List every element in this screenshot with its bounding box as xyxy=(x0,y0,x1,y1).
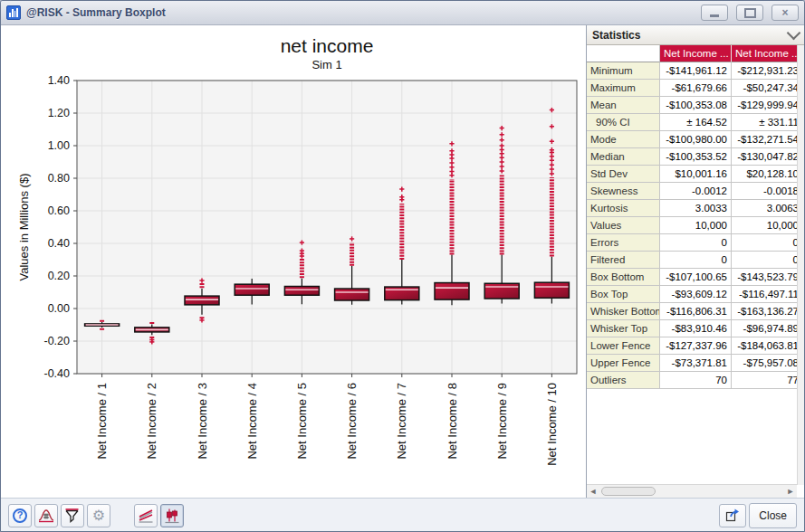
stats-row-label: Lower Fence xyxy=(587,337,660,355)
chevron-down-icon[interactable] xyxy=(787,26,801,41)
stats-value-cell: -$83,910.46 xyxy=(660,320,732,337)
stats-row: Kurtosis3.00333.0063 xyxy=(587,200,798,217)
trend-lines-icon xyxy=(138,508,154,524)
scroll-left-arrow-icon[interactable]: ◄ xyxy=(587,486,599,497)
stats-value-cell: -$50,247.34 xyxy=(732,80,798,97)
stats-value-cell: -$93,609.12 xyxy=(660,286,732,303)
svg-text:Net Income / 2: Net Income / 2 xyxy=(145,383,158,460)
stats-row: Whisker Top-$83,910.46-$96,974.89 xyxy=(587,320,798,337)
stats-column-header[interactable]: Net Income ... xyxy=(660,45,732,62)
stats-value-cell: -$61,679.66 xyxy=(660,80,732,97)
statistics-panel-header[interactable]: Statistics xyxy=(587,25,804,45)
title-bar[interactable]: @RISK - Summary Boxplot × xyxy=(1,1,804,25)
stats-value-cell: -$100,353.08 xyxy=(660,97,732,114)
svg-text:0.80: 0.80 xyxy=(48,172,70,185)
stats-value-cell: 0 xyxy=(660,234,732,252)
gear-icon: ⚙ xyxy=(92,508,105,523)
close-window-button[interactable]: × xyxy=(771,5,799,21)
svg-text:Sim 1: Sim 1 xyxy=(311,58,341,71)
svg-text:1.20: 1.20 xyxy=(48,107,70,119)
stats-value-cell: -$141,961.12 xyxy=(660,62,732,80)
stats-row: 90% CI± 164.52± 331.11 xyxy=(587,114,798,131)
stats-row: Box Bottom-$107,100.65-$143,523.79 xyxy=(587,269,798,286)
minimize-icon xyxy=(710,14,719,17)
svg-text:Values in Millions ($): Values in Millions ($) xyxy=(17,174,31,281)
stats-value-cell: -0.0012 xyxy=(660,183,732,200)
stats-value-cell: -$96,974.89 xyxy=(732,320,798,337)
stats-value-cell: -$116,497.11 xyxy=(732,286,798,303)
window-title: @RISK - Summary Boxplot xyxy=(26,6,693,19)
stats-row: Errors00 xyxy=(587,234,798,252)
stats-column-header[interactable]: Net Income ... xyxy=(732,45,798,62)
vertical-scrollbar[interactable] xyxy=(797,45,804,485)
svg-text:Net Income / 8: Net Income / 8 xyxy=(446,383,459,460)
svg-text:Net Income / 5: Net Income / 5 xyxy=(295,383,309,460)
svg-text:0.40: 0.40 xyxy=(48,237,70,250)
stats-row-label: Kurtosis xyxy=(587,200,660,217)
stats-value-cell: -$163,136.27 xyxy=(732,303,798,320)
stats-header-row: Net Income ...Net Income ... xyxy=(587,45,798,62)
stats-value-cell: $20,128.10 xyxy=(732,166,798,183)
stats-row-label: Whisker Bottom xyxy=(587,303,660,320)
stats-value-cell: -$107,100.65 xyxy=(660,269,732,286)
stats-row-label: Median xyxy=(587,148,660,166)
stats-value-cell: -$129,999.94 xyxy=(732,97,798,114)
close-button[interactable]: Close xyxy=(749,503,797,528)
stats-row: Median-$100,353.52-$130,047.82 xyxy=(587,148,798,166)
horizontal-scrollbar[interactable]: ◄ ► xyxy=(587,484,797,498)
scroll-right-arrow-icon[interactable]: ► xyxy=(784,486,797,497)
stats-value-cell: -$184,063.81 xyxy=(732,337,798,355)
stats-value-cell: 0 xyxy=(660,252,732,269)
summary-boxplot-button[interactable] xyxy=(160,504,184,527)
stats-row-label: Skewness xyxy=(587,183,660,200)
stats-value-cell: 77 xyxy=(732,372,798,389)
stats-row-label: Minimum xyxy=(587,62,660,80)
statistics-table: Net Income ...Net Income ...Minimum-$141… xyxy=(587,45,798,389)
maximize-icon xyxy=(744,8,756,18)
settings-button[interactable]: ⚙ xyxy=(87,504,110,527)
maximize-button[interactable] xyxy=(736,5,763,21)
stats-row: Values10,00010,000 xyxy=(587,217,798,234)
svg-text:Net Income / 10: Net Income / 10 xyxy=(545,383,559,466)
stats-row-label: Std Dev xyxy=(587,166,660,183)
stats-value-cell: -$132,271.54 xyxy=(732,131,798,148)
stats-value-cell: -$75,957.08 xyxy=(732,355,798,372)
help-button[interactable]: ? xyxy=(8,504,32,527)
app-logo-icon xyxy=(6,5,21,20)
stats-value-cell: -$100,980.00 xyxy=(660,131,732,148)
svg-text:Net Income / 1: Net Income / 1 xyxy=(95,383,109,460)
stats-value-cell: 10,000 xyxy=(660,217,732,234)
stats-value-cell: -$73,371.81 xyxy=(660,355,732,372)
stats-row-label: Maximum xyxy=(587,80,660,97)
stats-row: Upper Fence-$73,371.81-$75,957.08 xyxy=(587,355,798,372)
stats-row-label: Upper Fence xyxy=(587,355,660,372)
stats-row: Outliers7077 xyxy=(587,372,798,389)
stats-row-label: 90% CI xyxy=(587,114,660,131)
stats-row: Minimum-$141,961.12-$212,931.23 xyxy=(587,62,798,80)
scrollbar-thumb[interactable] xyxy=(601,487,656,496)
filter-button[interactable] xyxy=(61,504,84,527)
stats-row: Mode-$100,980.00-$132,271.54 xyxy=(587,131,798,148)
stats-row-label: Errors xyxy=(587,234,660,252)
stats-value-cell: ± 164.52 xyxy=(660,114,732,131)
stats-value-cell: 0 xyxy=(732,234,798,252)
summary-trend-button[interactable] xyxy=(134,504,158,527)
export-button[interactable] xyxy=(719,504,746,527)
stats-row: Mean-$100,353.08-$129,999.94 xyxy=(587,97,798,114)
risk-summary-boxplot-window: @RISK - Summary Boxplot × net incomeSim … xyxy=(0,0,805,532)
distribution-curve-icon xyxy=(38,508,54,524)
stats-value-cell: -$127,337.96 xyxy=(660,337,732,355)
stats-row-label: Outliers xyxy=(587,372,660,389)
stats-value-cell: -$100,353.52 xyxy=(660,148,732,166)
stats-corner-cell xyxy=(587,45,660,62)
stats-value-cell: 3.0063 xyxy=(732,200,798,217)
svg-text:Net Income / 3: Net Income / 3 xyxy=(196,383,209,460)
bottom-toolbar: ? ⚙ xyxy=(1,498,804,532)
svg-text:-0.40: -0.40 xyxy=(44,367,71,380)
stats-row-label: Box Top xyxy=(587,286,660,303)
stats-row: Whisker Bottom-$116,806.31-$163,136.27 xyxy=(587,303,798,320)
stats-value-cell: -$212,931.23 xyxy=(732,62,798,80)
distribution-format-button[interactable] xyxy=(34,504,58,527)
minimize-button[interactable] xyxy=(701,5,728,21)
statistics-scroll-area: Net Income ...Net Income ...Minimum-$141… xyxy=(587,45,804,498)
